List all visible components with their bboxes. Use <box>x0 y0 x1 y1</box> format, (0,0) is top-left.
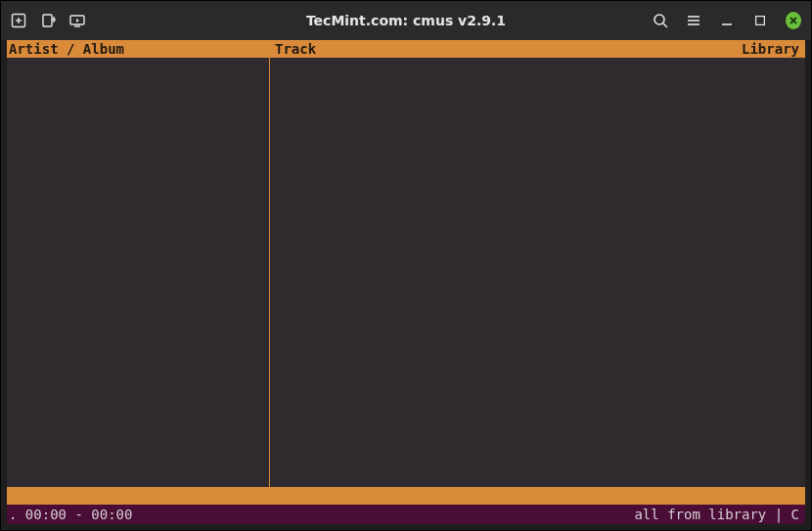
playback-mode: all from library | C <box>634 506 799 523</box>
maximize-icon[interactable] <box>752 13 768 28</box>
window-title: TecMint.com: cmus v2.9.1 <box>187 13 625 28</box>
artist-album-pane[interactable] <box>7 58 269 487</box>
terminal-window: TecMint.com: cmus v2.9.1 <box>0 0 812 531</box>
svg-marker-8 <box>76 19 79 22</box>
titlebar-left-controls <box>11 13 187 28</box>
artist-album-header: Artist / Album <box>7 40 269 58</box>
playback-position: . 00:00 - 00:00 <box>9 506 634 523</box>
track-header: Track <box>275 40 742 58</box>
svg-line-10 <box>663 23 667 27</box>
terminal-content[interactable]: Artist / Album Track Library . 00:00 - 0… <box>7 40 805 524</box>
broadcast-icon[interactable] <box>69 13 85 28</box>
library-header: Library <box>742 40 805 58</box>
column-header-row: Artist / Album Track Library <box>7 40 805 58</box>
new-tab-icon[interactable] <box>11 13 26 28</box>
svg-point-9 <box>654 15 664 24</box>
svg-rect-15 <box>756 17 765 25</box>
minimize-icon[interactable] <box>719 13 735 28</box>
close-icon[interactable] <box>786 13 801 28</box>
command-line[interactable]: . 00:00 - 00:00 all from library | C <box>7 505 805 524</box>
hamburger-menu-icon[interactable] <box>686 13 701 28</box>
new-window-icon[interactable] <box>40 13 56 28</box>
titlebar-right-controls <box>625 13 801 28</box>
status-bar <box>7 487 805 505</box>
titlebar: TecMint.com: cmus v2.9.1 <box>1 1 811 40</box>
panes-container <box>7 58 805 487</box>
svg-rect-3 <box>43 15 52 26</box>
track-pane[interactable] <box>270 58 805 487</box>
search-icon[interactable] <box>653 13 668 28</box>
